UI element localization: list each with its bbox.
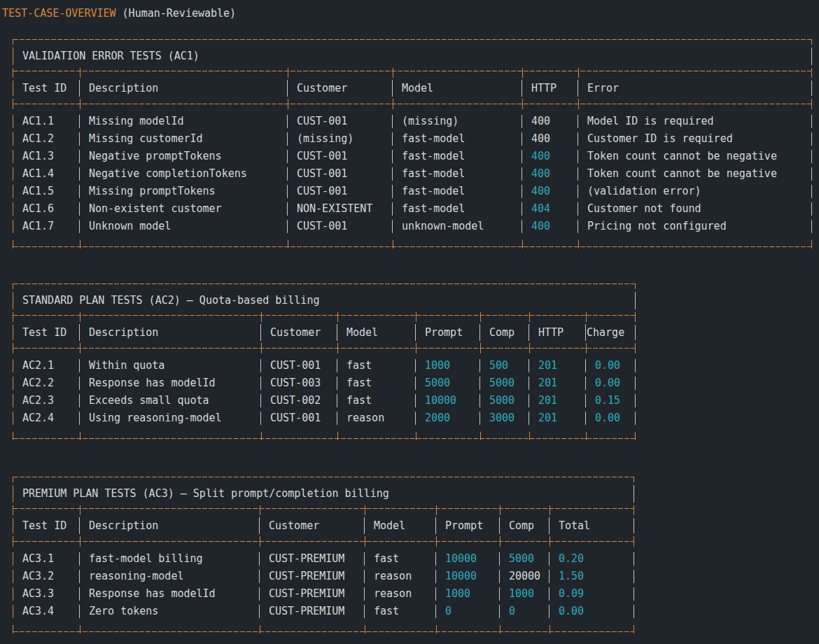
column-header: HTTP: [528, 322, 585, 343]
table-cell: 400: [522, 183, 578, 200]
column-tick: [337, 343, 416, 354]
table-row: AC1.3Negative promptTokensCUST-001fast-m…: [13, 148, 812, 165]
page-title-highlight: TEST-CASE-OVERVIEW: [2, 7, 116, 20]
column-tick: [13, 99, 80, 109]
table-row: AC2.2Response has modelIdCUST-003fast500…: [13, 374, 636, 392]
table-row: AC1.4Negative completionTokensCUST-001fa…: [13, 165, 812, 183]
table-cell: CUST-003: [260, 374, 337, 392]
terminal-screen: TEST-CASE-OVERVIEW (Human-Reviewable) VA…: [0, 0, 819, 644]
column-tick: [13, 343, 80, 354]
column-tick: [550, 625, 634, 634]
table-cell: Exceeds small quota: [79, 392, 260, 410]
table-cell: 0.09: [549, 585, 634, 603]
column-header: Model: [392, 78, 522, 99]
table-cell: 10000: [415, 392, 479, 410]
column-header: Error: [578, 78, 812, 99]
table-cell: CUST-PREMIUM: [259, 603, 364, 620]
column-header: Total: [549, 515, 634, 536]
column-tick: [550, 536, 634, 547]
table-row: AC3.3Response has modelIdCUST-PREMIUMrea…: [13, 585, 634, 603]
table-cell: CUST-PREMIUM: [259, 550, 364, 568]
table-cell: AC2.2: [13, 374, 79, 392]
table-cell: fast: [337, 357, 415, 374]
column-header: Customer: [287, 78, 392, 99]
column-tick: [416, 312, 480, 322]
column-tick: [365, 505, 436, 515]
column-tick: [436, 625, 500, 634]
column-tick: [80, 312, 261, 322]
table-cell: 400: [522, 218, 578, 235]
table-cell: fast-model: [392, 130, 522, 148]
table-body: AC2.1Within quotaCUST-001fast10005002010…: [13, 354, 636, 432]
table-cell: AC3.1: [13, 550, 79, 568]
column-tick: [586, 432, 635, 440]
column-tick: [416, 432, 480, 440]
table-cell: (validation error): [578, 183, 812, 200]
column-tick: [522, 240, 578, 248]
table-row: AC3.2reasoning-modelCUST-PREMIUMreason10…: [13, 568, 634, 585]
table-cell: Within quota: [79, 357, 260, 374]
table-row: AC1.7Unknown modelCUST-001unknown-model4…: [13, 218, 812, 235]
table-cell: fast-model: [392, 148, 522, 165]
column-tick: [529, 432, 586, 440]
table-cell: Non-existent customer: [79, 200, 287, 218]
table-cell: 20000: [499, 568, 549, 585]
table-cell: AC2.3: [13, 392, 79, 410]
column-tick: [480, 432, 529, 440]
table-cell: CUST-002: [260, 392, 337, 410]
column-header: Customer: [259, 515, 364, 536]
table-cell: 201: [528, 392, 585, 410]
test-table-ac3-premium-plan: PREMIUM PLAN TESTS (AC3) – Split prompt/…: [13, 477, 634, 634]
table-row: AC2.3Exceeds small quotaCUST-002fast1000…: [13, 392, 636, 410]
table-cell: Model ID is required: [578, 113, 812, 130]
table-cell: 400: [522, 130, 578, 148]
table-cell: Token count cannot be negative: [578, 148, 812, 165]
column-header: Comp: [479, 322, 528, 343]
table-cell: CUST-001: [260, 410, 337, 427]
table-cell: 0: [435, 603, 499, 620]
table-cell: fast: [364, 603, 435, 620]
table-header-row: Test IDDescriptionCustomerModelHTTPError: [13, 78, 812, 99]
column-tick: [436, 505, 500, 515]
table-cell: (missing): [392, 113, 522, 130]
table-cell: fast-model: [392, 183, 522, 200]
column-tick: [586, 343, 635, 354]
table-cell: AC1.4: [13, 165, 79, 183]
column-header: Comp: [499, 515, 549, 536]
column-tick: [416, 343, 480, 354]
table-border: [13, 536, 634, 547]
table-cell: Response has modelId: [79, 585, 259, 603]
table-cell: fast-model: [392, 165, 522, 183]
column-tick: [261, 312, 337, 322]
column-tick: [480, 343, 529, 354]
table-border-top: [13, 284, 636, 289]
table-cell: 0.00: [549, 603, 634, 620]
table-cell: Zero tokens: [79, 603, 259, 620]
table-cell: fast: [337, 374, 415, 392]
table-cell: (missing): [287, 130, 392, 148]
table-cell: AC3.3: [13, 585, 79, 603]
column-tick: [365, 625, 436, 634]
table-cell: Unknown model: [79, 218, 287, 235]
column-tick: [13, 432, 80, 440]
table-cell: Customer not found: [578, 200, 812, 218]
table-cell: Missing modelId: [79, 113, 287, 130]
table-border: [13, 99, 812, 109]
table-cell: CUST-001: [260, 357, 337, 374]
table-cell: 5000: [479, 374, 528, 392]
column-tick: [578, 99, 811, 109]
table-title-row: PREMIUM PLAN TESTS (AC3) – Split prompt/…: [13, 482, 634, 505]
column-tick: [393, 240, 522, 248]
column-tick: [13, 625, 80, 634]
table-cell: Missing customerId: [79, 130, 287, 148]
table-cell: 5000: [415, 374, 479, 392]
column-tick: [436, 536, 500, 547]
column-tick: [522, 68, 578, 78]
column-tick: [578, 68, 811, 78]
table-title: VALIDATION ERROR TESTS (AC1): [13, 45, 812, 68]
table-cell: fast-model billing: [79, 550, 259, 568]
table-row: AC1.6Non-existent customerNON-EXISTENTfa…: [13, 200, 812, 218]
table-row: AC2.1Within quotaCUST-001fast10005002010…: [13, 357, 636, 374]
test-table-ac1-validation-errors: VALIDATION ERROR TESTS (AC1) Test IDDesc…: [13, 39, 812, 248]
table-cell: Using reasoning-model: [79, 410, 260, 427]
